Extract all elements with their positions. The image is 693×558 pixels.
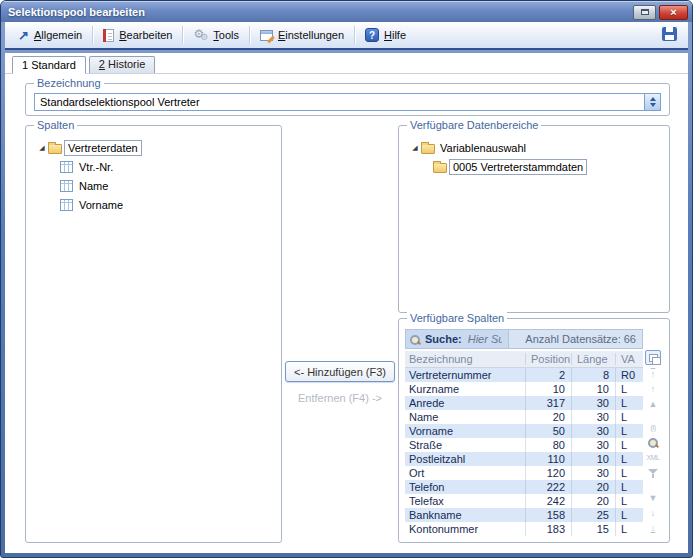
table-row[interactable]: Bankname15825L xyxy=(405,508,643,522)
table-row[interactable]: Vertreternummer28R0 xyxy=(405,368,643,382)
table-row[interactable]: Name2030L xyxy=(405,410,643,424)
filter-icon xyxy=(645,465,661,480)
copy-grid-button[interactable] xyxy=(645,350,661,365)
cell-laenge: 30 xyxy=(571,396,615,410)
tab-historie[interactable]: 2 Historie xyxy=(89,56,155,73)
zoom-search-icon xyxy=(645,435,661,450)
cell-position: 158 xyxy=(525,508,571,522)
table-row[interactable]: Anrede31730L xyxy=(405,396,643,410)
cell-laenge: 10 xyxy=(571,452,615,466)
tree-node-vertreterstammdaten[interactable]: 0005 Vertreterstammdaten xyxy=(409,157,661,176)
cell-va: L xyxy=(615,522,643,536)
cell-position: 80 xyxy=(525,438,571,452)
tree-node-variablenauswahl[interactable]: ◢ Variablenauswahl xyxy=(409,138,661,157)
cell-va: R0 xyxy=(615,368,643,382)
record-count-value: 66 xyxy=(624,333,636,345)
column-icon xyxy=(60,180,73,192)
header-va[interactable]: VA xyxy=(615,353,643,365)
restore-icon xyxy=(641,9,649,15)
spinner-up-icon xyxy=(650,97,656,101)
grid-area: Suche: Anzahl Datensätze: 66 xyxy=(405,329,643,536)
tree-node-vertreterdaten[interactable]: ◢ Vertreterdaten xyxy=(36,138,273,157)
cell-laenge: 30 xyxy=(571,424,615,438)
folder-icon xyxy=(48,144,62,154)
window-frame: ↗ Allgemein Bearbeiten ⚙⚙ Tools Einstell… xyxy=(1,22,692,557)
cell-laenge: 8 xyxy=(571,368,615,382)
remove-button-disabled: Entfernen (F4) -> xyxy=(298,392,382,404)
header-position[interactable]: Position xyxy=(525,353,571,365)
record-count-label: Anzahl Datensätze: xyxy=(525,333,620,345)
table-row[interactable]: Telefon22220L xyxy=(405,480,643,494)
expander-icon[interactable]: ◢ xyxy=(36,144,48,151)
spalten-group: Spalten ◢ Vertreterdaten Vtr.-Nr. xyxy=(25,125,282,543)
transfer-column: <- Hinzufügen (F3) Entfernen (F4) -> xyxy=(282,125,398,543)
move-down-icon: ↓ xyxy=(645,506,661,521)
save-button[interactable] xyxy=(656,24,683,46)
cell-bezeichnung: Name xyxy=(405,410,525,424)
table-row[interactable]: Kurzname1010L xyxy=(405,382,643,396)
toolbar: ↗ Allgemein Bearbeiten ⚙⚙ Tools Einstell… xyxy=(5,22,688,50)
cell-bezeichnung: Straße xyxy=(405,438,525,452)
toolbar-label: Tools xyxy=(213,29,239,41)
cell-va: L xyxy=(615,452,643,466)
columns-table: Bezeichnung Position Länge VA Vertretern… xyxy=(405,351,643,536)
datenbereiche-tree: ◢ Variablenauswahl 0005 Vertreterstammda… xyxy=(409,138,661,176)
add-button[interactable]: <- Hinzufügen (F3) xyxy=(285,361,395,382)
verfuegbare-spalten-group: Verfügbare Spalten Suche: xyxy=(398,318,670,543)
cell-va: L xyxy=(615,508,643,522)
toolbar-item-einstellungen[interactable]: Einstellungen xyxy=(252,26,352,44)
header-bezeichnung[interactable]: Bezeichnung xyxy=(405,353,525,365)
cell-bezeichnung: Postleitzahl xyxy=(405,452,525,466)
folder-icon xyxy=(433,163,447,173)
toolbar-item-hilfe[interactable]: ? Hilfe xyxy=(357,25,414,45)
cell-bezeichnung: Kurzname xyxy=(405,382,525,396)
table-row[interactable]: Telefax24220L xyxy=(405,494,643,508)
toolbar-item-bearbeiten[interactable]: Bearbeiten xyxy=(95,26,180,45)
column-icon xyxy=(60,199,73,211)
datenbereiche-group-label: Verfügbare Datenbereiche xyxy=(407,119,541,131)
verfuegbare-spalten-body: Suche: Anzahl Datensätze: 66 xyxy=(405,329,663,536)
toolbar-item-allgemein[interactable]: ↗ Allgemein xyxy=(10,26,90,45)
search-field-area[interactable]: Suche: xyxy=(406,332,508,346)
cell-position: 222 xyxy=(525,480,571,494)
header-laenge[interactable]: Länge xyxy=(571,353,615,365)
datenbereiche-group: Verfügbare Datenbereiche ◢ Variablenausw… xyxy=(398,125,670,313)
combobox-spinner[interactable] xyxy=(644,94,660,110)
table-row[interactable]: Ort12030L xyxy=(405,466,643,480)
tab-standard[interactable]: 1 Standard xyxy=(12,56,86,74)
table-row[interactable]: Postleitzahl11010L xyxy=(405,452,643,466)
cell-position: 20 xyxy=(525,410,571,424)
cell-position: 183 xyxy=(525,522,571,536)
cell-laenge: 20 xyxy=(571,494,615,508)
cell-position: 120 xyxy=(525,466,571,480)
table-row[interactable]: Kontonummer18315L xyxy=(405,522,643,536)
cell-bezeichnung: Ort xyxy=(405,466,525,480)
toolbar-label: Allgemein xyxy=(34,29,82,41)
expander-icon[interactable]: ◢ xyxy=(409,144,421,151)
grid-side-toolbar: ↑ ↑ ▲ (I) XML ▼ xyxy=(643,329,663,536)
record-count: Anzahl Datensätze: 66 xyxy=(508,330,642,348)
search-input[interactable] xyxy=(466,332,504,346)
tree-node-name[interactable]: Name xyxy=(36,176,273,195)
settings-window-icon xyxy=(260,30,273,41)
tree-node-label: Name xyxy=(76,180,111,192)
search-icon xyxy=(410,334,421,345)
close-button[interactable]: × xyxy=(659,5,688,20)
notebook-icon xyxy=(103,29,114,42)
cell-position: 110 xyxy=(525,452,571,466)
table-row[interactable]: Vorname5030L xyxy=(405,424,643,438)
folder-icon xyxy=(421,144,435,154)
tree-node-label: Vorname xyxy=(76,199,126,211)
bezeichnung-combobox[interactable]: Standardselektionspool Vertreter xyxy=(34,93,661,111)
tree-node-vorname[interactable]: Vorname xyxy=(36,195,273,214)
title-bar: Selektionspool bearbeiten × xyxy=(1,1,692,22)
move-up-icon: ↑ xyxy=(645,382,661,397)
toolbar-item-tools[interactable]: ⚙⚙ Tools xyxy=(185,25,247,45)
tree-node-vtr-nr[interactable]: Vtr.-Nr. xyxy=(36,157,273,176)
page-up-icon: ▲ xyxy=(645,397,661,412)
table-row[interactable]: Straße8030L xyxy=(405,438,643,452)
column-icon xyxy=(60,161,73,173)
help-icon: ? xyxy=(365,28,379,42)
restore-button[interactable] xyxy=(633,5,656,20)
cell-bezeichnung: Telefon xyxy=(405,480,525,494)
